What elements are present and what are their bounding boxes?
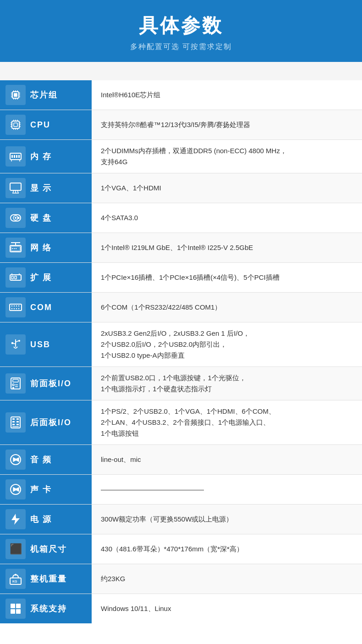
rear-io-icon <box>5 412 26 433</box>
spec-value-com: 6个COM（1个RS232/422/485 COM1） <box>92 293 362 322</box>
spec-row-weight: KG 整机重量约23KG <box>0 564 362 594</box>
svg-rect-1 <box>14 93 17 97</box>
spec-label-text-front-io: 前面板I/O <box>30 378 71 389</box>
spec-label-text-os: 系统支持 <box>30 603 67 614</box>
chipset-icon <box>5 85 26 105</box>
spec-value-rear-io: 1个PS/2、2个USB2.0、1个VGA、1个HDMI、6个COM、2个LAN… <box>92 400 362 444</box>
spec-row-audio: 音 频line-out、mic <box>0 445 362 475</box>
spec-label-text-weight: 整机重量 <box>30 573 67 584</box>
spec-row-cpu: CPU支持英特尔®酷睿™12/13代I3/I5/奔腾/赛扬处理器 <box>0 110 362 140</box>
spec-table: 芯片组Intel®H610E芯片组 CPU支持英特尔®酷睿™12/13代I3/I… <box>0 80 362 623</box>
spec-label-text-memory: 内 存 <box>30 151 52 162</box>
spec-value-sound-card: ——————————————— <box>92 475 362 504</box>
svg-rect-79 <box>12 421 15 422</box>
svg-point-63 <box>16 308 17 309</box>
spec-row-front-io: 前面板I/O2个前置USB2.0口，1个电源按键，1个光驱位，1个电源指示灯，1… <box>0 367 362 400</box>
spec-row-expansion: 扩 展1个PCIe×16插槽、1个PCIe×16插槽(×4信号)、5个PCI插槽 <box>0 263 362 293</box>
spec-label-text-expansion: 扩 展 <box>30 272 52 283</box>
os-icon <box>5 599 26 619</box>
svg-rect-81 <box>12 424 15 425</box>
chassis-size-icon: ⬛ <box>5 539 26 559</box>
spec-label-text-com: COM <box>30 303 52 312</box>
spec-label-os: 系统支持 <box>0 594 92 623</box>
spec-value-weight: 约23KG <box>92 564 362 594</box>
power-icon <box>5 509 26 529</box>
svg-point-61 <box>11 308 12 309</box>
spec-label-network: 网 络 <box>0 233 92 262</box>
svg-rect-69 <box>11 342 13 344</box>
spec-label-text-chipset: 芯片组 <box>30 89 58 100</box>
svg-rect-32 <box>18 155 20 158</box>
svg-point-67 <box>18 340 20 342</box>
svg-text:KG: KG <box>12 580 17 583</box>
svg-rect-93 <box>16 609 21 614</box>
svg-point-59 <box>16 305 17 306</box>
spec-row-usb: USB2xUSB3.2 Gen2后I/O，2xUSB3.2 Gen 1 后I/O… <box>0 322 362 367</box>
spec-value-hdd: 4个SATA3.0 <box>92 203 362 233</box>
svg-point-62 <box>14 308 15 309</box>
spec-value-cpu: 支持英特尔®酷睿™12/13代I3/I5/奔腾/赛扬处理器 <box>92 110 362 139</box>
svg-marker-86 <box>11 514 20 525</box>
spec-value-memory: 2个UDIMMs内存插槽，双通道DDR5 (non-ECC) 4800 MHz，… <box>92 140 362 173</box>
svg-point-57 <box>11 305 12 306</box>
spec-label-power: 电 源 <box>0 505 92 534</box>
spec-row-network: 网 络1个Intel® I219LM GbE、1个Intel® I225-V 2… <box>0 233 362 263</box>
svg-point-64 <box>18 308 19 309</box>
spec-value-audio: line-out、mic <box>92 445 362 474</box>
svg-rect-90 <box>11 604 15 608</box>
spec-label-weight: KG 整机重量 <box>0 564 92 594</box>
spec-label-chipset: 芯片组 <box>0 80 92 110</box>
svg-rect-56 <box>10 304 22 311</box>
svg-point-60 <box>18 305 19 306</box>
svg-point-88 <box>15 574 16 576</box>
spec-label-rear-io: 后面板I/O <box>0 400 92 444</box>
svg-rect-82 <box>16 424 19 425</box>
spec-row-chassis-size: ⬛机箱尺寸430（481.6带耳朵）*470*176mm（宽*深*高） <box>0 534 362 564</box>
spec-row-power: 电 源300W额定功率（可更换550W或以上电源） <box>0 505 362 534</box>
spec-row-com: COM6个COM（1个RS232/422/485 COM1） <box>0 293 362 322</box>
svg-rect-91 <box>16 604 21 608</box>
spec-label-hdd: 硬 盘 <box>0 203 92 233</box>
svg-rect-71 <box>13 379 18 382</box>
spec-label-display: 显 示 <box>0 173 92 203</box>
spec-value-network: 1个Intel® I219LM GbE、1个Intel® I225-V 2.5G… <box>92 233 362 262</box>
spec-value-usb: 2xUSB3.2 Gen2后I/O，2xUSB3.2 Gen 1 后I/O，2个… <box>92 322 362 366</box>
spec-label-text-power: 电 源 <box>30 514 52 525</box>
front-io-icon <box>5 373 26 394</box>
spec-label-text-hdd: 硬 盘 <box>30 212 52 223</box>
spec-row-os: 系统支持Windows 10/11、Linux <box>0 594 362 623</box>
spec-value-power: 300W额定功率（可更换550W或以上电源） <box>92 505 362 534</box>
spacer <box>0 62 362 80</box>
svg-rect-77 <box>12 418 15 420</box>
spec-label-text-sound-card: 声 卡 <box>30 484 52 495</box>
spec-row-rear-io: 后面板I/O1个PS/2、2个USB2.0、1个VGA、1个HDMI、6个COM… <box>0 400 362 445</box>
expansion-icon <box>5 267 26 288</box>
network-icon <box>5 238 26 258</box>
svg-point-43 <box>15 217 16 219</box>
spec-label-front-io: 前面板I/O <box>0 367 92 400</box>
page-subtitle: 多种配置可选 可按需求定制 <box>9 42 353 52</box>
hdd-icon <box>5 208 26 228</box>
sound-card-icon <box>5 479 26 500</box>
spec-row-sound-card: 声 卡——————————————— <box>0 475 362 505</box>
spec-label-audio: 音 频 <box>0 445 92 474</box>
page-header: 具体参数 多种配置可选 可按需求定制 <box>0 0 362 62</box>
svg-point-58 <box>14 305 15 306</box>
spec-label-memory: 内 存 <box>0 140 92 173</box>
svg-rect-92 <box>11 609 15 614</box>
memory-icon <box>5 146 26 167</box>
spec-label-com: COM <box>0 293 92 322</box>
com-icon <box>5 297 26 317</box>
spec-value-chassis-size: 430（481.6带耳朵）*470*176mm（宽*深*高） <box>92 534 362 564</box>
svg-rect-52 <box>11 276 13 279</box>
spec-label-text-cpu: CPU <box>30 120 50 130</box>
spec-row-memory: 内 存2个UDIMMs内存插槽，双通道DDR5 (non-ECC) 4800 M… <box>0 140 362 173</box>
spec-value-os: Windows 10/11、Linux <box>92 594 362 623</box>
svg-rect-30 <box>14 155 15 158</box>
spec-label-text-usb: USB <box>30 340 50 350</box>
spec-label-text-chassis-size: 机箱尺寸 <box>30 544 67 555</box>
svg-rect-29 <box>11 155 13 158</box>
svg-point-72 <box>12 384 14 386</box>
page-title: 具体参数 <box>9 13 353 39</box>
spec-label-chassis-size: ⬛机箱尺寸 <box>0 534 92 564</box>
